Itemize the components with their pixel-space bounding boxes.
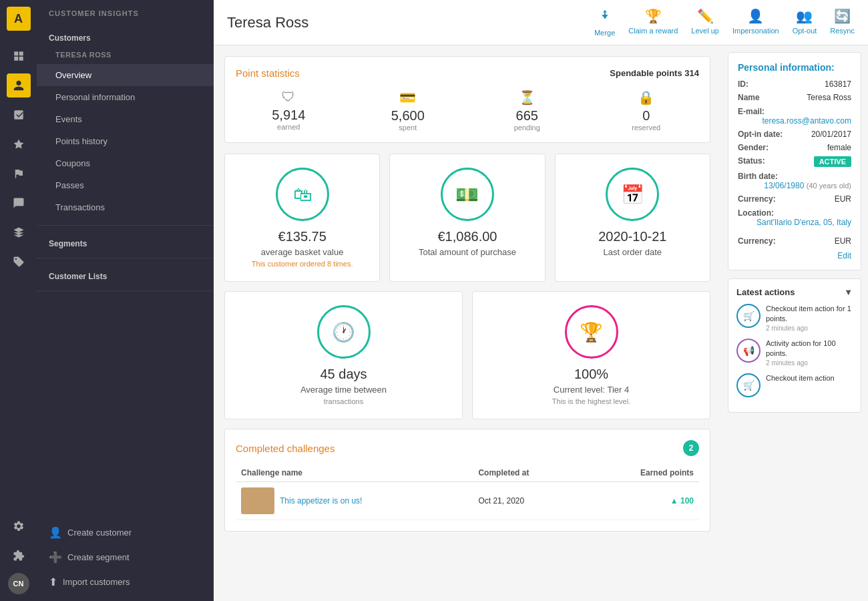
metrics-grid-2: 🕐 45 days Average time between transacti…: [224, 291, 710, 419]
lastorder-label: Last order date: [604, 247, 662, 257]
lastorder-value: 2020-10-21: [598, 229, 666, 244]
action-item-0: 🛒 Checkout item action for 1 points. 2 m…: [736, 304, 853, 332]
level-sublabel: This is the highest level.: [552, 397, 630, 405]
stat-reserved: 🔒 0 reserved: [594, 89, 700, 132]
right-panel: Personal information: ID: 163817 Name Te…: [721, 45, 868, 601]
sidebar-import-customers[interactable]: ⬆ Import customers: [37, 570, 214, 594]
sidebar-item-coupons[interactable]: Coupons: [37, 152, 214, 174]
claim-reward-button[interactable]: 🏆 Claim a reward: [628, 8, 678, 37]
create-segment-icon: ➕: [49, 551, 62, 564]
nav-icon-settings-gear[interactable]: [7, 514, 31, 538]
avgtime-icon-circle: 🕐: [317, 305, 371, 359]
sidebar-bottom: 👤 Create customer ➕ Create segment ⬆ Imp…: [37, 520, 214, 601]
lastorder-icon-circle: 📅: [606, 168, 659, 221]
id-value: 163817: [825, 79, 851, 89]
action-item-1: 📢 Activity action for 100 points. 2 minu…: [736, 339, 853, 367]
nav-icon-messages[interactable]: [7, 191, 31, 215]
sidebar-create-customer[interactable]: 👤 Create customer: [37, 520, 214, 545]
nav-icon-reports[interactable]: [7, 103, 31, 127]
nav-icon-tags[interactable]: [7, 250, 31, 274]
info-gender: Gender: female: [738, 143, 851, 152]
sidebar-item-transactions[interactable]: Transactions: [37, 196, 214, 218]
nav-icon-flag[interactable]: [7, 162, 31, 186]
resync-button[interactable]: 🔄 Resync: [830, 8, 855, 37]
purchase-label: Total amount of purchase: [419, 247, 516, 257]
impersonation-label: Impersonation: [732, 27, 779, 35]
optin-value: 20/01/2017: [811, 130, 851, 139]
icon-rail: A CN: [0, 0, 37, 601]
info-status: Status: ACTIVE: [738, 156, 851, 167]
impersonation-button[interactable]: 👤 Impersonation: [732, 8, 779, 37]
nav-icon-plugins[interactable]: [7, 544, 31, 568]
basket-value: €135.75: [278, 229, 327, 244]
spendable-points: Spendable points 314: [610, 68, 699, 78]
action-text-1: Activity action for 100 points. 2 minute…: [766, 339, 853, 367]
status-label: Status:: [738, 156, 765, 166]
earned-label: earned: [277, 123, 300, 131]
create-segment-label: Create segment: [67, 552, 130, 562]
merge-label: Merge: [594, 29, 615, 37]
main-body: Point statistics Spendable points 314 🛡 …: [214, 45, 868, 601]
email-label: E-mail:: [738, 107, 765, 116]
currency-value: EUR: [835, 194, 851, 204]
stats-row: 🛡 5,914 earned 💳 5,600 spent ⏳ 665 pendi…: [236, 89, 699, 132]
sidebar-item-overview[interactable]: Overview: [37, 64, 214, 86]
name-value: Teresa Ross: [807, 93, 851, 102]
basket-label: average basket value: [261, 247, 344, 257]
action-time-1: 2 minutes ago: [766, 359, 853, 367]
merge-button[interactable]: Merge: [594, 8, 615, 37]
gender-label: Gender:: [738, 143, 769, 152]
currency2-value: EUR: [835, 236, 851, 246]
nav-icon-dashboard[interactable]: [7, 44, 31, 68]
action-text-2: Checkout item action: [766, 373, 835, 383]
challenge-name-link[interactable]: This appetizer is on us!: [280, 496, 362, 506]
challenges-card: Completed challenges 2 Challenge name Co…: [224, 429, 710, 532]
id-label: ID:: [738, 79, 748, 89]
level-up-button[interactable]: ✏️ Level up: [691, 8, 719, 37]
sidebar-item-passes[interactable]: Passes: [37, 174, 214, 196]
latest-actions-header: Latest actions ▼: [736, 287, 853, 297]
birthdate-value: 13/06/1980 (40 years old): [738, 181, 851, 190]
page-title: Teresa Ross: [227, 14, 308, 31]
metrics-grid-1: 🛍 €135.75 average basket value This cust…: [224, 154, 710, 282]
nav-icon-layers[interactable]: [7, 220, 31, 244]
point-stats-title: Point statistics: [236, 67, 300, 79]
purchase-icon-circle: 💵: [441, 168, 494, 221]
latest-actions-chevron[interactable]: ▼: [844, 287, 853, 297]
sidebar-item-points-history[interactable]: Points history: [37, 130, 214, 152]
col-completed-at: Completed at: [473, 464, 584, 482]
info-name: Name Teresa Ross: [738, 93, 851, 102]
purchase-value: €1,086.00: [438, 229, 497, 244]
reserved-label: reserved: [632, 124, 660, 132]
avgtime-value: 45 days: [320, 367, 367, 382]
challenges-header: Completed challenges 2: [236, 440, 699, 456]
point-stats-header: Point statistics Spendable points 314: [236, 67, 699, 79]
nav-icon-rewards[interactable]: [7, 132, 31, 156]
nav-icon-customers[interactable]: [7, 73, 31, 97]
opt-out-button[interactable]: 👥 Opt-out: [793, 8, 817, 37]
resync-icon: 🔄: [834, 8, 851, 24]
earned-icon: 🛡: [282, 89, 295, 105]
sidebar-segments-section: Segments: [37, 232, 214, 251]
info-id: ID: 163817: [738, 79, 851, 89]
stat-spent: 💳 5,600 spent: [355, 89, 461, 132]
currency-label: Currency:: [738, 194, 776, 204]
basket-sublabel: This customer ordered 8 times.: [252, 260, 353, 268]
location-label: Location:: [738, 208, 774, 218]
level-up-label: Level up: [691, 27, 719, 35]
metric-last-order: 📅 2020-10-21 Last order date: [555, 154, 710, 282]
sidebar-customer-lists-section: Customer Lists: [37, 265, 214, 284]
personal-info-card: Personal information: ID: 163817 Name Te…: [728, 52, 861, 270]
stat-earned: 🛡 5,914 earned: [236, 89, 342, 132]
info-currency: Currency: EUR: [738, 194, 851, 204]
edit-button[interactable]: Edit: [738, 251, 851, 260]
sidebar-item-personal-info[interactable]: Personal information: [37, 86, 214, 108]
sidebar-item-events[interactable]: Events: [37, 108, 214, 130]
sidebar-create-segment[interactable]: ➕ Create segment: [37, 545, 214, 570]
spendable-label: Spendable points: [610, 68, 682, 78]
pending-value: 665: [516, 108, 538, 124]
challenge-completed-at: Oct 21, 2020: [473, 482, 584, 520]
center-panel: Point statistics Spendable points 314 🛡 …: [214, 45, 721, 601]
user-avatar[interactable]: CN: [8, 573, 29, 594]
status-badge: ACTIVE: [814, 156, 851, 167]
